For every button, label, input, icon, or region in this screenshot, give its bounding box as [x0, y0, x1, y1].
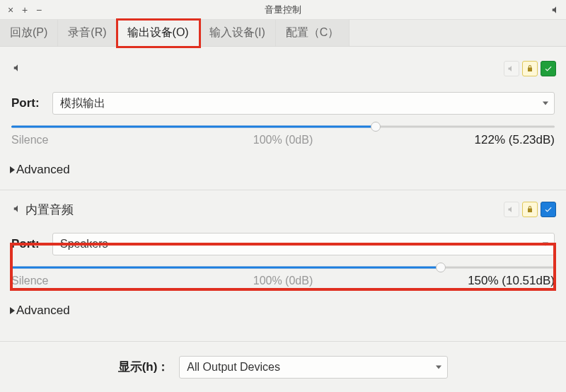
port-row-1: Port: 模拟输出 — [10, 92, 556, 115]
show-filter-select[interactable]: All Output Devices — [179, 356, 448, 379]
advanced-expander-2[interactable]: Advanced — [10, 304, 556, 318]
speaker-icon — [13, 63, 23, 75]
device-name-2: 内置音频 — [25, 202, 74, 218]
tab-playback[interactable]: 回放(P) — [0, 20, 58, 46]
show-label: 显示(h)： — [118, 359, 170, 375]
window-close-button[interactable]: × — [4, 4, 17, 16]
expand-icon — [10, 166, 15, 173]
mute-button[interactable] — [504, 61, 519, 76]
port-value-1: 模拟输出 — [60, 96, 105, 111]
window-plus-button[interactable]: + — [18, 4, 31, 16]
window-title: 音量控制 — [0, 4, 566, 16]
lock-channels-button[interactable] — [522, 202, 538, 217]
window-minimize-button[interactable]: − — [33, 4, 45, 16]
speaker-icon — [13, 204, 23, 216]
silence-label: Silence — [11, 134, 48, 146]
advanced-label: Advanced — [16, 163, 70, 177]
advanced-expander-1[interactable]: Advanced — [10, 163, 556, 177]
tab-input-devices[interactable]: 输入设备(I) — [200, 20, 276, 46]
port-label: Port: — [11, 237, 45, 251]
center-label: 100% (0dB) — [253, 275, 313, 287]
show-filter-value: All Output Devices — [187, 361, 280, 374]
device-block-1: Port: 模拟输出 Silence 100% (0dB) 122% (5.23… — [10, 50, 556, 177]
device-header-1 — [10, 59, 556, 78]
port-value-2: Speakers — [60, 238, 108, 250]
set-default-button[interactable] — [541, 202, 556, 217]
devices-panel: Port: 模拟输出 Silence 100% (0dB) 122% (5.23… — [0, 47, 566, 318]
tab-bar: 回放(P) 录音(R) 输出设备(O) 输入设备(I) 配置（C） — [0, 20, 566, 47]
silence-label: Silence — [11, 275, 48, 287]
expand-icon — [10, 307, 15, 314]
slider-scale-2: Silence 100% (0dB) 150% (10.51dB) — [11, 274, 555, 288]
slider-scale-1: Silence 100% (0dB) 122% (5.23dB) — [11, 133, 555, 147]
tab-output-devices[interactable]: 输出设备(O) — [117, 20, 200, 47]
tab-recording[interactable]: 录音(R) — [58, 20, 117, 46]
volume-value-1: 122% (5.23dB) — [475, 133, 555, 147]
titlebar: × + − 音量控制 — [0, 0, 566, 20]
port-row-2: Port: Speakers — [10, 233, 556, 255]
center-label: 100% (0dB) — [253, 134, 313, 146]
advanced-label: Advanced — [16, 304, 70, 318]
device-block-2: 内置音频 Port: Speakers Silen — [10, 190, 556, 318]
tab-configuration[interactable]: 配置（C） — [276, 20, 350, 46]
mute-button[interactable] — [504, 202, 519, 217]
port-select-1[interactable]: 模拟输出 — [52, 92, 555, 115]
footer-bar: 显示(h)： All Output Devices — [0, 341, 566, 392]
volume-value-2: 150% (10.51dB) — [468, 274, 555, 288]
device-header-2: 内置音频 — [10, 200, 556, 219]
volume-slider-1[interactable] — [11, 122, 555, 132]
set-default-button[interactable] — [541, 61, 556, 76]
volume-slider-2[interactable] — [11, 263, 555, 272]
lock-channels-button[interactable] — [522, 61, 538, 76]
port-select-2[interactable]: Speakers — [52, 233, 555, 255]
port-label: Port: — [11, 96, 45, 110]
app-icon — [550, 4, 562, 16]
